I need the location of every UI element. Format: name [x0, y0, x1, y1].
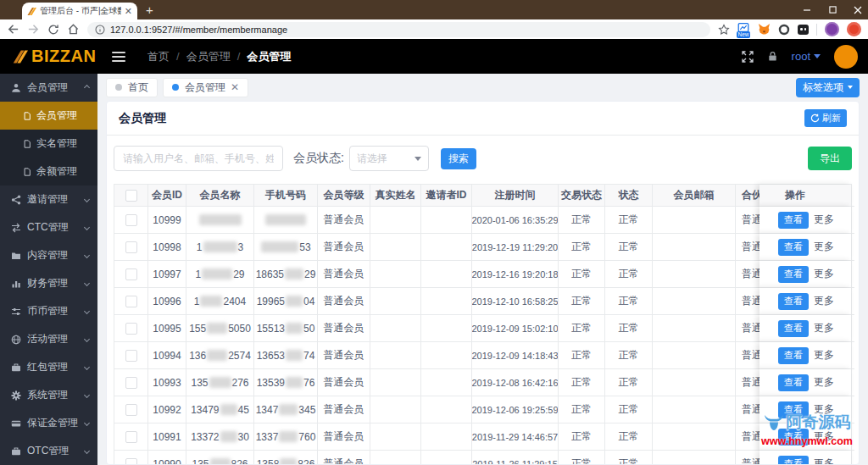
fullscreen-icon[interactable]	[742, 51, 754, 63]
sidebar-item-1[interactable]: 邀请管理	[0, 185, 97, 213]
member-id-cell: 10997	[148, 261, 186, 288]
sidebar-item-9[interactable]: 保证金管理	[0, 409, 97, 437]
member-level-cell: 普通会员	[318, 451, 370, 465]
action-cell: 查看更多	[760, 288, 851, 315]
more-link[interactable]: 更多	[814, 213, 834, 227]
lock-icon[interactable]	[767, 51, 778, 62]
trade-status-cell: 正常	[559, 207, 605, 234]
view-button[interactable]: 查看	[778, 347, 809, 364]
sidebar-item-7[interactable]: 红包管理	[0, 353, 97, 381]
row-checkbox[interactable]	[125, 190, 137, 202]
sidebar-item-3[interactable]: 内容管理	[0, 241, 97, 269]
sidebar-item-label: 财务管理	[27, 276, 68, 291]
status-select[interactable]: 请选择	[349, 146, 429, 171]
more-link[interactable]: 更多	[814, 267, 834, 281]
site-info-icon[interactable]	[95, 25, 105, 35]
member-level-cell: 普通会员	[318, 342, 370, 369]
sidebar-subitem-实名管理[interactable]: 实名管理	[0, 130, 97, 158]
forward-icon[interactable]	[27, 23, 40, 36]
member-id-cell: 10992	[148, 396, 186, 423]
refresh-button[interactable]: 刷新	[804, 109, 847, 127]
more-link[interactable]: 更多	[814, 321, 834, 335]
sidebar-item-4[interactable]: 财务管理	[0, 269, 97, 297]
row-checkbox[interactable]	[125, 268, 137, 280]
row-checkbox[interactable]	[125, 296, 137, 307]
sidebar-item-10[interactable]: OTC管理	[0, 437, 97, 465]
view-button[interactable]: 查看	[778, 374, 809, 391]
reload-icon[interactable]	[47, 24, 59, 36]
member-phone-cell: 1365374	[254, 342, 318, 369]
user-menu[interactable]: root	[792, 50, 821, 63]
reg-time-cell: 2020-01-06 16:35:29	[472, 207, 559, 234]
profile-avatar-purple[interactable]	[825, 22, 839, 36]
home-icon[interactable]	[67, 23, 80, 36]
sidebar-item-6[interactable]: 活动管理	[0, 325, 97, 353]
extension-dark-icon[interactable]	[798, 25, 809, 35]
sidebar-item-2[interactable]: CTC管理	[0, 213, 97, 241]
tab-member-manage[interactable]: 会员管理 ✕	[163, 78, 248, 97]
tab-label: 首页	[128, 80, 148, 95]
url-bar[interactable]: 127.0.0.1:9527/#/member/membermanage	[87, 22, 710, 37]
view-button[interactable]: 查看	[778, 401, 809, 418]
more-link[interactable]: 更多	[814, 294, 834, 308]
row-checkbox[interactable]	[125, 214, 137, 226]
extension-ring-icon[interactable]	[778, 24, 790, 36]
sidebar-subitem-会员管理[interactable]: 会员管理	[0, 102, 97, 130]
more-link[interactable]: 更多	[814, 429, 834, 444]
sidebar-item-0[interactable]: 会员管理	[0, 74, 97, 102]
table-row: 109931352761353976普通会员2019-12-08 16:42:1…	[114, 369, 851, 396]
window-maximize-button[interactable]	[827, 5, 837, 15]
checkbox-cell	[114, 207, 148, 234]
profile-avatar-red[interactable]	[847, 22, 861, 36]
more-link[interactable]: 更多	[814, 375, 834, 390]
metamask-icon[interactable]	[758, 23, 771, 36]
reg-time-cell: 2019-11-26 11:29:15	[472, 451, 559, 465]
search-input[interactable]	[114, 146, 283, 171]
hamburger-menu-icon[interactable]	[112, 52, 125, 62]
avatar[interactable]	[834, 45, 858, 69]
tab-close-icon[interactable]: ✕	[231, 81, 239, 93]
bookmark-star-icon[interactable]	[718, 24, 730, 36]
view-button[interactable]: 查看	[778, 293, 809, 310]
view-button[interactable]: 查看	[778, 239, 809, 256]
chevron-down-icon	[84, 336, 90, 342]
sidebar-subitem-余额管理[interactable]: 余额管理	[0, 158, 97, 185]
view-button[interactable]: 查看	[778, 212, 809, 229]
view-button[interactable]: 查看	[778, 429, 809, 446]
more-link[interactable]: 更多	[814, 457, 834, 465]
checkbox-cell	[114, 261, 148, 288]
new-tab-button[interactable]: +	[146, 3, 153, 17]
extension-new-icon[interactable]: New	[737, 23, 750, 36]
row-checkbox[interactable]	[125, 241, 137, 253]
back-icon[interactable]	[7, 23, 19, 36]
member-name-cell: 1347945	[186, 396, 254, 423]
exchange-icon	[11, 223, 21, 233]
reg-time-cell: 2019-12-19 11:29:20	[472, 234, 559, 261]
page-tabs-row: 首页 会员管理 ✕ 标签选项	[97, 74, 868, 101]
view-button[interactable]: 查看	[778, 266, 809, 283]
checkbox-cell	[114, 288, 148, 315]
row-checkbox[interactable]	[125, 377, 137, 389]
row-checkbox[interactable]	[125, 431, 137, 443]
sidebar-item-5[interactable]: 币币管理	[0, 297, 97, 325]
row-checkbox[interactable]	[125, 404, 137, 416]
browser-tab[interactable]: 管理后台 - 币严|全球数字资产交 ✕	[22, 3, 137, 19]
search-button[interactable]: 搜索	[441, 148, 476, 169]
window-close-button[interactable]	[853, 5, 863, 15]
sidebar-item-8[interactable]: 系统管理	[0, 381, 97, 409]
tag-options-button[interactable]: 标签选项	[796, 78, 860, 97]
row-checkbox[interactable]	[125, 350, 137, 362]
export-button[interactable]: 导出	[808, 147, 852, 170]
row-checkbox[interactable]	[125, 458, 137, 465]
window-minimize-button[interactable]	[802, 5, 812, 15]
tab-home[interactable]: 首页	[106, 78, 158, 97]
more-link[interactable]: 更多	[814, 240, 834, 254]
more-link[interactable]: 更多	[814, 348, 834, 363]
more-link[interactable]: 更多	[814, 402, 834, 417]
breadcrumb-home[interactable]: 首页	[147, 49, 170, 64]
view-button[interactable]: 查看	[778, 320, 809, 337]
breadcrumb-member[interactable]: 会员管理	[186, 49, 231, 64]
row-checkbox[interactable]	[125, 323, 137, 335]
view-button[interactable]: 查看	[778, 456, 809, 465]
tab-close-icon[interactable]: ✕	[125, 7, 132, 16]
